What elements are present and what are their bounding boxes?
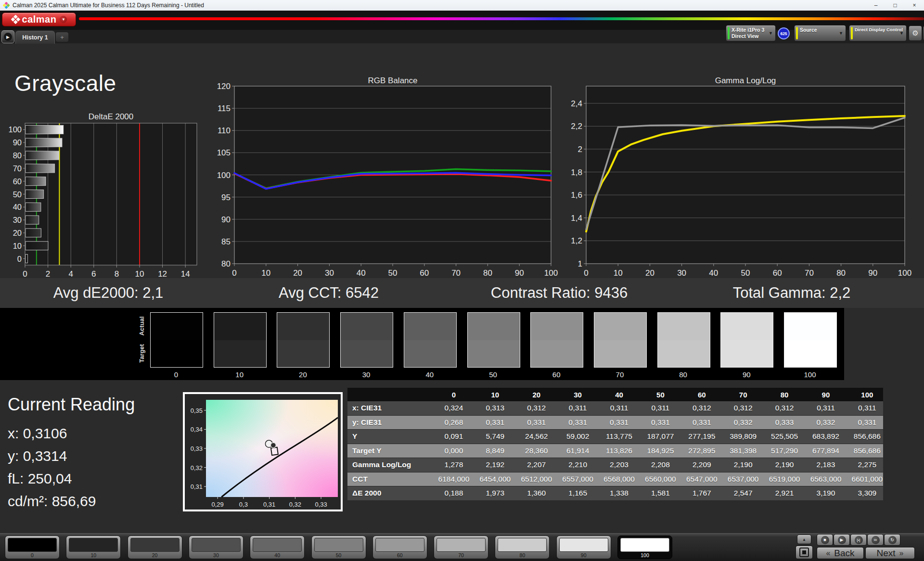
table-cell: 3,190 <box>805 486 847 500</box>
pattern-patch-30[interactable]: 30 <box>189 536 244 559</box>
patch-label: 10 <box>66 552 120 558</box>
display-control-dropdown[interactable]: Direct Display Control ▼ <box>849 25 907 41</box>
table-cell: 6512,000 <box>516 472 557 486</box>
svg-text:Gamma Log/Log: Gamma Log/Log <box>715 76 776 85</box>
table-cell: 59,002 <box>557 430 599 444</box>
table-cell: 0,311 <box>640 401 681 415</box>
table-cell: 0,000 <box>433 444 475 458</box>
pattern-window-button[interactable] <box>796 546 813 559</box>
grayscale-swatch-80 <box>657 312 710 368</box>
expand-panel-button[interactable]: ▶ <box>1 30 14 43</box>
actual-swatch <box>404 313 456 340</box>
meter-dropdown[interactable]: X-Rite i1Pro 3Direct View ▼ <box>726 25 776 41</box>
close-icon[interactable]: × <box>905 0 924 11</box>
pattern-patch-100[interactable]: 100 <box>617 536 672 559</box>
column-header: 60 <box>681 388 722 401</box>
display-control-label: Direct Display Control <box>855 27 903 33</box>
read-once-button[interactable]: [•] <box>850 534 867 546</box>
maximize-icon[interactable]: □ <box>886 0 905 11</box>
chevrons-right-icon: » <box>899 549 904 558</box>
stat-avg-cct: Avg CCT: 6542 <box>228 278 430 308</box>
rgb-balance-chart: RGB Balance80859095100105110115120010203… <box>212 76 558 284</box>
minimize-icon[interactable]: – <box>866 0 886 11</box>
add-tab-button[interactable]: + <box>56 32 68 42</box>
table-cell: 6563,000 <box>805 472 847 486</box>
svg-text:0,33: 0,33 <box>191 445 203 452</box>
deltae-2000-chart: DeltaE 200010090807060504030201000246810… <box>9 109 204 282</box>
stat-total-gamma: Total Gamma: 2,2 <box>691 278 893 308</box>
pattern-patch-60[interactable]: 60 <box>372 536 427 559</box>
grayscale-swatch-30 <box>340 312 393 368</box>
pattern-patch-0[interactable]: 0 <box>5 536 60 559</box>
continuous-read-button[interactable]: ∞ <box>867 534 884 546</box>
read-once-icon: [•] <box>855 536 863 544</box>
svg-text:20: 20 <box>13 229 22 237</box>
swatch-level-label: 30 <box>340 370 392 379</box>
svg-text:80: 80 <box>836 268 846 278</box>
table-cell: 0,331 <box>599 416 640 430</box>
table-cell: 389,809 <box>722 430 764 444</box>
target-swatch <box>214 340 266 368</box>
svg-text:0: 0 <box>17 255 22 263</box>
target-swatch <box>594 340 646 368</box>
actual-swatch <box>531 313 583 340</box>
column-header: 70 <box>722 388 764 401</box>
stop-button[interactable]: ■ <box>817 534 833 546</box>
svg-text:0,29: 0,29 <box>212 501 224 508</box>
table-cell: 0,331 <box>681 416 722 430</box>
svg-text:70: 70 <box>805 268 814 278</box>
svg-text:2: 2 <box>46 269 50 279</box>
patch-swatch <box>253 538 302 552</box>
row-label: Gamma Log/Log <box>347 458 433 472</box>
table-cell: 0,324 <box>433 401 475 415</box>
pattern-patch-50[interactable]: 50 <box>311 536 366 559</box>
svg-text:1: 1 <box>578 259 582 268</box>
target-swatch <box>404 340 456 368</box>
pattern-patch-40[interactable]: 40 <box>250 536 305 559</box>
back-button[interactable]: «Back <box>817 547 864 559</box>
pattern-patch-10[interactable]: 10 <box>66 536 121 559</box>
pattern-scroll-up-button[interactable]: ▲ <box>797 535 811 544</box>
svg-text:70: 70 <box>13 164 22 173</box>
target-row-label: Target <box>138 339 145 368</box>
play-button[interactable]: ▶ <box>834 534 850 546</box>
tab-history-1[interactable]: History 1 <box>15 31 55 44</box>
loop-button[interactable]: ↻ <box>884 534 900 546</box>
table-cell: 1,581 <box>640 486 681 500</box>
svg-text:50: 50 <box>13 190 22 199</box>
settings-button[interactable]: ⚙ <box>909 26 922 41</box>
svg-text:0,31: 0,31 <box>191 483 203 490</box>
table-cell: 6568,000 <box>599 472 640 486</box>
table-cell: 0,091 <box>433 430 475 444</box>
svg-text:0,3: 0,3 <box>239 501 248 508</box>
table-row: ΔE 20000,1881,9731,3601,1651,3381,5811,7… <box>347 486 883 501</box>
pattern-patch-70[interactable]: 70 <box>434 536 488 559</box>
pattern-patch-90[interactable]: 90 <box>556 536 611 559</box>
table-cell: 525,505 <box>764 430 805 444</box>
svg-text:12: 12 <box>158 269 167 279</box>
target-swatch <box>277 340 329 368</box>
table-cell: 0,312 <box>722 401 764 415</box>
table-cell: 2,183 <box>805 458 847 472</box>
gamma-loglog-chart: Gamma Log/Log11,21,41,61,822,22,40102030… <box>562 76 914 284</box>
patch-label: 30 <box>189 552 243 558</box>
pattern-patch-80[interactable]: 80 <box>495 536 550 559</box>
table-cell: 6519,000 <box>764 472 805 486</box>
grayscale-swatch-50 <box>467 312 520 368</box>
calman-menu-button[interactable]: calman ▼ <box>2 13 76 26</box>
table-cell: 28,360 <box>516 444 557 458</box>
reading-cdm2: cd/m²: 856,69 <box>8 493 96 510</box>
actual-swatch <box>341 313 393 340</box>
svg-text:0,32: 0,32 <box>191 464 203 472</box>
target-swatch <box>341 340 393 368</box>
row-label: x: CIE31 <box>347 401 433 415</box>
svg-text:70: 70 <box>451 268 461 278</box>
svg-text:0,34: 0,34 <box>191 426 203 433</box>
svg-text:30: 30 <box>13 216 22 224</box>
next-button[interactable]: Next» <box>865 547 915 559</box>
source-dropdown[interactable]: Source ▼ <box>794 25 846 41</box>
table-row: Y0,0915,74924,56259,002113,775187,077277… <box>347 430 883 444</box>
column-header: 30 <box>557 388 599 401</box>
svg-text:40: 40 <box>709 268 718 278</box>
pattern-patch-20[interactable]: 20 <box>128 536 182 559</box>
